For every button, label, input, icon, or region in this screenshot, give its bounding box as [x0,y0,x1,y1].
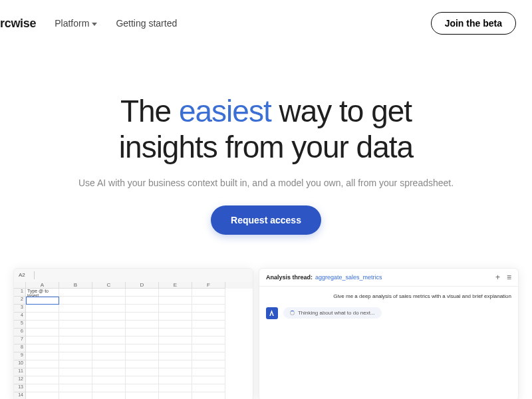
row-header[interactable]: 3 [14,305,26,313]
cell[interactable] [92,368,126,376]
cell[interactable] [59,376,92,384]
cell[interactable] [192,313,225,321]
cell[interactable] [192,329,225,336]
row-header[interactable]: 12 [14,376,26,384]
cell[interactable] [126,329,159,336]
cell-reference[interactable]: A2 [17,271,27,279]
row-header[interactable]: 5 [14,321,26,329]
cell[interactable] [126,297,159,305]
cell[interactable] [92,313,126,321]
menu-icon[interactable]: ≡ [507,273,511,282]
cell[interactable] [126,368,159,376]
row-header[interactable]: 6 [14,329,26,336]
request-access-button[interactable]: Request access [211,205,321,235]
sheet-corner[interactable] [14,282,26,289]
cell[interactable] [92,360,126,368]
cell[interactable] [126,376,159,384]
cell[interactable] [26,344,59,352]
col-header-f[interactable]: F [192,282,225,289]
cell[interactable] [126,384,159,392]
cell[interactable]: Type @ to insert [26,289,59,297]
cell[interactable] [159,352,192,360]
nav-getting-started[interactable]: Getting started [116,18,177,29]
row-header[interactable]: 11 [14,368,26,376]
cell[interactable] [59,352,92,360]
cell[interactable] [92,336,126,344]
col-header-b[interactable]: B [59,282,92,289]
cell[interactable] [26,352,59,360]
cell[interactable] [26,297,59,305]
cell[interactable] [192,321,225,329]
cell[interactable] [26,336,59,344]
cell[interactable] [26,392,59,399]
cell[interactable] [159,289,192,297]
cell[interactable] [126,336,159,344]
cell[interactable] [126,305,159,313]
cell[interactable] [192,392,225,399]
cell[interactable] [192,384,225,392]
cell[interactable] [92,376,126,384]
cell[interactable] [126,344,159,352]
cell[interactable] [126,360,159,368]
cell[interactable] [92,289,126,297]
col-header-e[interactable]: E [159,282,192,289]
cell[interactable] [192,305,225,313]
cell[interactable] [159,297,192,305]
row-header[interactable]: 1 [14,289,26,297]
cell[interactable] [26,360,59,368]
cell[interactable] [92,329,126,336]
cell[interactable] [192,336,225,344]
cell[interactable] [59,289,92,297]
cell[interactable] [159,376,192,384]
cell[interactable] [26,368,59,376]
cell[interactable] [192,289,225,297]
cell[interactable] [26,313,59,321]
cell[interactable] [92,384,126,392]
cell[interactable] [126,392,159,399]
cell[interactable] [159,360,192,368]
row-header[interactable]: 9 [14,352,26,360]
cell[interactable] [159,313,192,321]
cell[interactable] [159,384,192,392]
cell[interactable] [159,305,192,313]
cell[interactable] [159,392,192,399]
cell[interactable] [126,289,159,297]
cell[interactable] [59,392,92,399]
row-header[interactable]: 7 [14,336,26,344]
cell[interactable] [59,336,92,344]
cell[interactable] [159,344,192,352]
cell[interactable] [59,384,92,392]
cell[interactable] [59,344,92,352]
col-header-a[interactable]: A [26,282,59,289]
cell[interactable] [26,305,59,313]
cell[interactable] [92,344,126,352]
cell[interactable] [92,305,126,313]
cell[interactable] [59,360,92,368]
row-header[interactable]: 4 [14,313,26,321]
cell[interactable] [159,336,192,344]
cell[interactable] [192,376,225,384]
cell[interactable] [159,321,192,329]
cell[interactable] [159,329,192,336]
logo[interactable]: rcwise [0,17,36,31]
cell[interactable] [92,297,126,305]
row-header[interactable]: 13 [14,384,26,392]
row-header[interactable]: 2 [14,297,26,305]
cell[interactable] [126,313,159,321]
join-beta-button[interactable]: Join the beta [431,12,516,35]
thread-name-link[interactable]: aggregate_sales_metrics [315,274,382,281]
cell[interactable] [92,392,126,399]
cell[interactable] [26,384,59,392]
cell[interactable] [159,368,192,376]
cell[interactable] [59,368,92,376]
row-header[interactable]: 14 [14,392,26,399]
cell[interactable] [26,376,59,384]
cell[interactable] [126,321,159,329]
cell[interactable] [26,329,59,336]
cell[interactable] [92,321,126,329]
cell[interactable] [126,352,159,360]
cell[interactable] [192,352,225,360]
cell[interactable] [192,360,225,368]
cell[interactable] [59,329,92,336]
cell[interactable] [59,313,92,321]
